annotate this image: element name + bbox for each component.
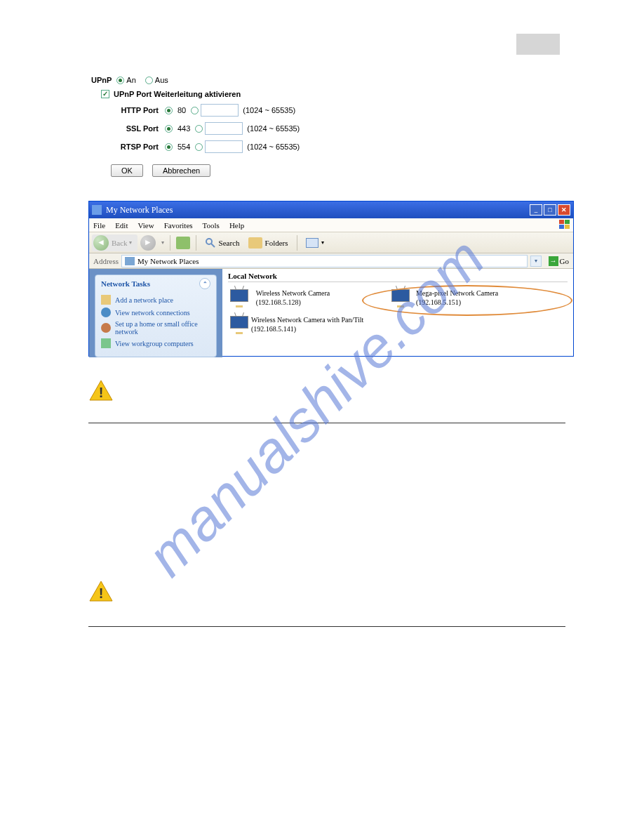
windows-flag-icon [559,220,570,230]
address-field[interactable]: My Network Places [121,255,527,267]
camera-icon [228,288,250,307]
svg-rect-2 [559,225,564,229]
upnp-settings-panel: UPnP An Aus UPnP Port Weiterleitung akti… [91,76,330,177]
rtsp-range: (1024 ~ 65535) [247,143,300,151]
http-default-radio[interactable] [165,107,173,114]
divider [88,626,565,627]
menu-view[interactable]: View [137,221,154,230]
network-icon [101,307,111,317]
ok-button[interactable]: OK [111,164,143,177]
address-icon [125,257,135,265]
svg-rect-0 [559,220,564,224]
task-workgroup[interactable]: View workgroup computers [101,338,210,348]
upnp-on-label: An [126,76,135,84]
window-title: My Network Places [106,205,530,216]
rtsp-default-value: 554 [177,143,190,151]
menu-tools[interactable]: Tools [203,221,220,230]
minimize-button[interactable]: _ [530,204,542,216]
toolbar: ◄ Back ▾ ► ▾ Search Folders ▾ [89,232,573,253]
http-range: (1024 ~ 65535) [243,106,295,114]
http-port-label: HTTP Port [111,106,159,114]
up-folder-button[interactable] [176,237,190,249]
folders-icon [248,237,262,249]
address-value: My Network Places [137,257,199,265]
http-default-value: 80 [177,106,186,114]
ssl-default-radio[interactable] [165,125,173,133]
rtsp-default-radio[interactable] [165,143,173,151]
search-icon [205,237,216,249]
svg-text:!: ! [99,385,104,400]
device-item[interactable]: Wireless Network Camera with Pan/Tilt (1… [228,315,375,334]
back-button[interactable]: ◄ Back ▾ [92,234,137,251]
task-view-connections[interactable]: View network connections [101,307,210,317]
back-icon: ◄ [93,235,109,251]
rtsp-custom-input[interactable] [205,140,243,153]
rtsp-custom-radio[interactable] [195,143,203,151]
ssl-custom-radio[interactable] [195,125,203,133]
device-item[interactable]: Wireless Network Camera (192.168.5.128) [228,288,375,307]
svg-text:!: ! [99,585,104,601]
page-number-placeholder [516,34,560,55]
address-bar: Address My Network Places ▾ → Go [89,253,573,269]
upnp-label: UPnP [91,76,112,84]
upnp-on-radio[interactable] [116,77,124,84]
explorer-window: My Network Places _ □ ✕ File Edit View F… [88,201,574,357]
task-add-place[interactable]: Add a network place [101,295,210,305]
menu-help[interactable]: Help [229,221,244,230]
add-place-icon [101,295,111,305]
device-item-highlighted[interactable]: Mega-pixel Network Camera (192.168.5.151… [389,288,537,307]
address-label: Address [93,257,119,265]
address-dropdown[interactable]: ▾ [530,256,542,267]
watermark-text: manualshive.com [0,89,633,724]
main-content: Local Network Wireless Network Camera (1… [222,269,573,357]
task-setup-network[interactable]: Set up a home or small office network [101,320,210,336]
collapse-button[interactable]: ⌃ [199,278,210,289]
warning-icon: ! [88,580,114,602]
go-button[interactable]: → Go [544,256,573,266]
tasks-header: Network Tasks [101,279,150,288]
menu-favorites[interactable]: Favorites [164,221,193,230]
svg-line-5 [211,244,215,247]
titlebar[interactable]: My Network Places _ □ ✕ [89,201,573,218]
svg-point-4 [206,239,212,244]
go-icon: → [549,256,558,266]
menu-file[interactable]: File [93,221,105,230]
upnp-off-radio[interactable] [145,77,153,84]
network-tasks-panel: Network Tasks ⌃ Add a network place View… [95,274,217,357]
views-icon [306,238,318,248]
cancel-button[interactable]: Abbrechen [152,164,210,177]
http-custom-radio[interactable] [191,107,199,114]
ssl-range: (1024 ~ 65535) [247,124,300,133]
search-button[interactable]: Search [202,237,243,249]
port-forward-label: UPnP Port Weiterleitung aktivieren [114,90,241,98]
rtsp-port-label: RTSP Port [111,143,159,151]
menubar: File Edit View Favorites Tools Help [89,218,573,232]
section-header: Local Network [228,272,568,282]
maximize-button[interactable]: □ [544,204,556,216]
views-button[interactable]: ▾ [303,238,327,248]
camera-icon [389,288,410,307]
workgroup-icon [101,338,111,348]
home-network-icon [101,323,111,333]
http-custom-input[interactable] [201,104,239,117]
ssl-port-label: SSL Port [111,124,159,133]
port-forward-checkbox[interactable] [101,90,109,98]
warning-icon: ! [88,379,114,402]
window-icon [92,205,102,215]
menu-edit[interactable]: Edit [115,221,128,230]
close-button[interactable]: ✕ [558,204,570,216]
svg-rect-1 [565,220,570,224]
camera-icon [228,315,246,334]
divider [88,423,565,423]
folders-button[interactable]: Folders [246,237,291,249]
upnp-off-label: Aus [155,76,168,84]
ssl-default-value: 443 [177,124,190,133]
forward-button[interactable]: ► [140,235,156,251]
sidebar: Network Tasks ⌃ Add a network place View… [89,269,222,357]
svg-rect-3 [565,225,570,229]
ssl-custom-input[interactable] [205,122,243,135]
